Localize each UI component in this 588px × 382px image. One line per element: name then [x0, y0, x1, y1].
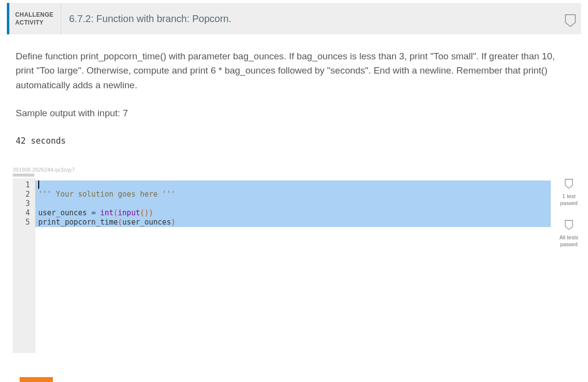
page-container: CHALLENGE ACTIVITY 6.7.2: Function with …: [0, 3, 588, 353]
all-tests-shield-icon[interactable]: [564, 220, 573, 231]
line-number-gutter: 1 2 3 4 5: [13, 178, 35, 353]
line-number: 2: [13, 190, 35, 199]
challenge-header: CHALLENGE ACTIVITY 6.7.2: Function with …: [7, 3, 581, 34]
code-line[interactable]: [38, 199, 551, 208]
problem-description: Define function print_popcorn_time() wit…: [16, 49, 572, 92]
horizontal-scrollbar[interactable]: [13, 174, 34, 177]
completion-shield-icon[interactable]: [564, 14, 576, 29]
category-line-1: CHALLENGE: [15, 11, 61, 19]
sample-output-label: Sample output with input: 7: [16, 106, 572, 120]
editor-row: 1 2 3 4 5 ''' Your solution goes here ''…: [13, 178, 581, 353]
code-line[interactable]: [38, 180, 551, 190]
one-test-passed-label: 1 test passed: [557, 193, 581, 207]
code-line[interactable]: user_ounces = int(input()): [38, 208, 551, 218]
sample-output-value: 42 seconds: [16, 134, 572, 147]
challenge-title: 6.7.2: Function with branch: Popcorn.: [61, 3, 231, 34]
test-badges-column: 1 test passed All tests passed: [557, 178, 581, 353]
line-number: 3: [13, 199, 35, 208]
one-test-shield-icon[interactable]: [564, 178, 573, 190]
code-content[interactable]: ''' Your solution goes here ''' user_oun…: [38, 180, 551, 227]
code-line[interactable]: ''' Your solution goes here ''': [38, 190, 551, 199]
code-editor[interactable]: 1 2 3 4 5 ''' Your solution goes here ''…: [13, 178, 551, 353]
problem-statement: Define function print_popcorn_time() wit…: [0, 34, 588, 147]
run-button[interactable]: [20, 377, 53, 382]
code-line[interactable]: print_popcorn_time(user_ounces): [38, 218, 551, 227]
all-tests-passed-label: All tests passed: [557, 234, 581, 248]
line-number: 4: [13, 208, 35, 218]
line-number: 1: [13, 180, 35, 190]
question-id: 391908.2626244.qx3zqy7: [0, 147, 588, 173]
activity-category: CHALLENGE ACTIVITY: [9, 3, 61, 34]
line-number: 5: [13, 218, 35, 227]
category-line-2: ACTIVITY: [15, 19, 61, 26]
